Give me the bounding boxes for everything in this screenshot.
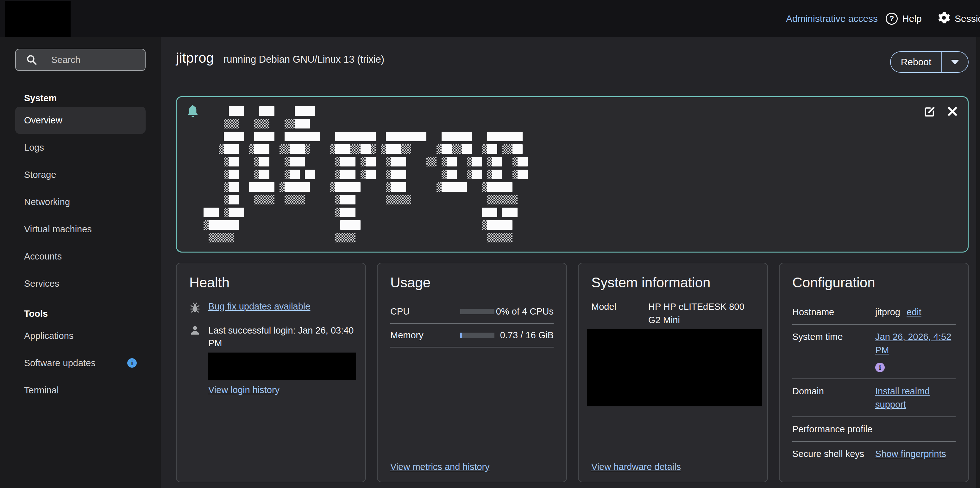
ascii-art-block xyxy=(335,182,361,192)
session-button[interactable]: Session xyxy=(938,0,980,37)
ascii-art-block xyxy=(482,182,487,192)
sidebar-item-overview[interactable]: Overview xyxy=(15,107,146,134)
ascii-art-block xyxy=(340,157,355,167)
sidebar-item-virtual-machines[interactable]: Virtual machines xyxy=(15,216,146,243)
ascii-art-block xyxy=(340,220,361,230)
sidebar-item-label: Services xyxy=(24,278,59,289)
ascii-art-block xyxy=(254,170,259,179)
ascii-art-block xyxy=(361,170,366,179)
ascii-art-block xyxy=(285,119,295,129)
ascii-art-block xyxy=(472,170,482,179)
install-realmd-link[interactable]: Install realmd support xyxy=(875,386,930,410)
ascii-art-block xyxy=(517,170,528,179)
sidebar-item-networking[interactable]: Networking xyxy=(15,188,146,216)
last-login-text: Last successful login: Jan 26, 03:40 PM xyxy=(208,325,353,348)
sidebar-item-storage[interactable]: Storage xyxy=(15,161,146,188)
ascii-art-block xyxy=(290,157,305,167)
overview-cards: Health Bug fix updates available Last su… xyxy=(176,263,969,482)
os-subtitle: running Debian GNU/Linux 13 (trixie) xyxy=(223,54,384,65)
ascii-art-block xyxy=(487,182,512,192)
sidebar-item-logs[interactable]: Logs xyxy=(15,134,146,161)
sidebar-item-applications[interactable]: Applications xyxy=(15,322,146,350)
info-icon[interactable]: i xyxy=(875,363,885,372)
help-button[interactable]: ? Help xyxy=(886,0,922,37)
sidebar-item-label: Logs xyxy=(24,142,44,153)
ascii-art-block xyxy=(330,182,335,192)
ascii-art-block xyxy=(391,157,406,167)
configuration-card: Configuration Hostname jitprog edit Syst… xyxy=(779,263,969,482)
ascii-art-block xyxy=(285,195,305,204)
ascii-art-block xyxy=(340,195,355,204)
ascii-art-block xyxy=(229,157,239,167)
reboot-dropdown-toggle[interactable] xyxy=(941,52,968,72)
view-hardware-details-link[interactable]: View hardware details xyxy=(591,462,681,472)
ascii-art-block xyxy=(330,144,335,154)
ascii-art-block xyxy=(492,170,502,179)
ascii-art-block xyxy=(426,157,436,167)
ascii-art-block xyxy=(487,157,492,167)
cpu-value: 0% of 4 CPUs xyxy=(495,306,554,317)
redacted-block xyxy=(587,329,762,406)
motd-banner xyxy=(176,96,969,253)
ascii-art-block xyxy=(224,119,239,129)
ascii-art-block xyxy=(487,220,512,230)
hostname-value-wrap: jitprog edit xyxy=(875,305,956,319)
sidebar-item-label: Overview xyxy=(24,115,62,126)
ascii-art-block xyxy=(335,157,340,167)
cockpit-overview-page: Administrative access ? Help Session Sys… xyxy=(0,0,980,488)
search-field-wrap xyxy=(15,49,146,71)
edit-hostname-link[interactable]: edit xyxy=(907,307,921,317)
sidebar-item-accounts[interactable]: Accounts xyxy=(15,243,146,270)
model-label: Model xyxy=(591,300,648,327)
ascii-art-block xyxy=(391,182,406,192)
page-title: jitprog xyxy=(176,50,214,66)
ascii-art-block xyxy=(259,170,269,179)
ascii-art-block xyxy=(224,208,229,217)
system-time-link[interactable]: Jan 26, 2026, 4:52 PM xyxy=(875,332,951,355)
cpu-usage-row: CPU 0% of 4 CPUs xyxy=(390,300,554,324)
system-time-row: System time Jan 26, 2026, 4:52 PM i xyxy=(792,325,956,379)
ascii-art-block xyxy=(467,157,472,167)
bug-icon xyxy=(189,302,201,313)
memory-value: 0.73 / 16 GiB xyxy=(495,330,554,340)
health-card: Health Bug fix updates available Last su… xyxy=(176,263,366,482)
ascii-art-block xyxy=(224,144,239,154)
reboot-button[interactable]: Reboot xyxy=(891,52,941,72)
edit-motd-button[interactable] xyxy=(923,105,936,118)
memory-progress-bar xyxy=(460,332,495,338)
ascii-art-block xyxy=(502,144,512,154)
sidebar-item-services[interactable]: Services xyxy=(15,270,146,297)
memory-progress-fill xyxy=(460,332,462,338)
help-label: Help xyxy=(902,13,922,24)
usage-card-title: Usage xyxy=(390,275,554,291)
view-metrics-link[interactable]: View metrics and history xyxy=(390,462,490,472)
ascii-art-block xyxy=(442,157,447,167)
ascii-art-block xyxy=(290,170,300,179)
scrollbar[interactable] xyxy=(976,37,980,488)
close-banner-button[interactable] xyxy=(946,105,959,118)
ascii-art-block xyxy=(254,144,269,154)
secure-shell-keys-row: Secure shell keys Show fingerprints xyxy=(792,442,956,466)
performance-profile-value xyxy=(875,423,956,436)
sidebar-item-software-updates[interactable]: Software updatesi xyxy=(15,350,146,377)
view-login-history-link[interactable]: View login history xyxy=(208,383,280,396)
model-value: HP HP eLITEdESK 800 G2 Mini xyxy=(648,300,755,327)
ascii-art-block xyxy=(482,208,497,217)
ascii-art-block xyxy=(229,208,244,217)
ascii-art-block xyxy=(366,170,376,179)
ascii-art-block xyxy=(386,195,411,204)
ascii-art-block xyxy=(254,157,259,167)
ascii-art-block xyxy=(224,132,244,141)
ascii-art-block xyxy=(254,195,274,204)
ascii-art-block xyxy=(452,144,462,154)
administrative-access-link[interactable]: Administrative access xyxy=(786,0,878,37)
ascii-art-block xyxy=(512,157,517,167)
show-fingerprints-link[interactable]: Show fingerprints xyxy=(875,449,946,459)
ascii-art-block xyxy=(229,107,244,116)
chevron-down-icon xyxy=(951,60,959,65)
sidebar-item-terminal[interactable]: Terminal xyxy=(15,377,146,404)
ascii-art-block xyxy=(335,170,340,179)
sidebar-item-label: Networking xyxy=(24,197,70,207)
search-input[interactable] xyxy=(15,49,146,71)
bug-fix-updates-link[interactable]: Bug fix updates available xyxy=(208,301,310,312)
